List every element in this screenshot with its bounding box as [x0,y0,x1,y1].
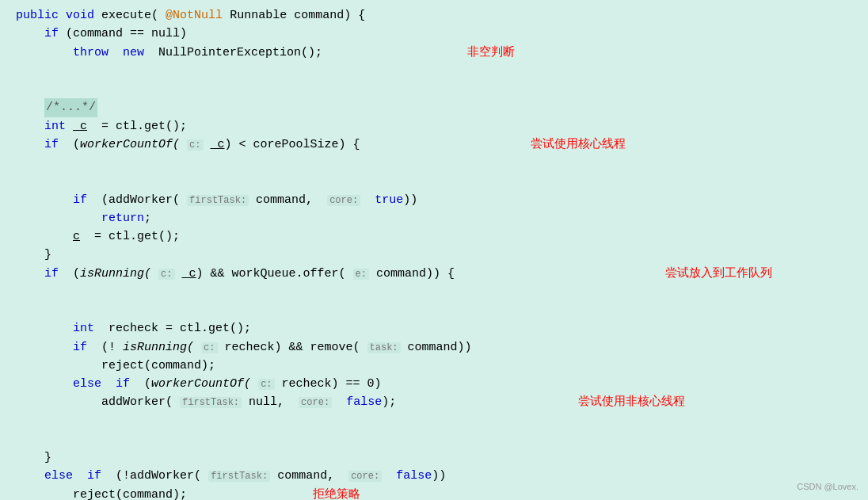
param-c5-label: c: [258,379,274,390]
paren5: ( [137,377,151,391]
keyword-if3: if [73,193,87,207]
method-workerCountOf2: workerCountOf( [151,377,251,391]
param-firsttask-label: firstTask: [187,195,249,206]
annotation-notnull: @NotNull [166,9,223,22]
keyword-if7: if [80,469,101,483]
addWorker2: addWorker( [101,395,173,409]
arg-recheck2: recheck) == 0) [275,377,382,391]
keyword-if4: if [44,267,59,281]
keyword-void: void [66,9,94,22]
param-c-label: c: [187,139,203,151]
keyword-public: public [16,9,59,22]
code-line-1: public void execute( @NotNull Runnable c… [16,6,852,25]
arg-command: command, [249,193,313,207]
and-op: ) && workQueue.offer( [196,267,346,281]
comparison: ) < corePoolSize) { [225,138,360,151]
arg-command2: command)) { [369,267,455,281]
code-line-13: if (! isRunning( c: recheck) && remove( … [16,338,852,357]
param-c3-label: c: [158,269,174,280]
param-c4-label: c: [201,342,217,353]
method-name: execute( [101,9,158,22]
code-line-4: /*...*/ [16,98,852,116]
code-line-2: if (command == null) [16,25,852,43]
keyword-throw: throw [73,46,108,59]
semicolon: ; [144,212,151,225]
condition: (command == null) [66,27,187,40]
keyword-if5: if [73,341,87,354]
annotation-core-thread: 尝试使用核心线程 [531,134,626,152]
code-line-10: } [16,246,852,264]
keyword-return: return [101,212,144,225]
param-core3-label: core: [348,471,382,482]
annotation-reject: 拒绝策略 [313,484,360,501]
paren6: (!addWorker( [108,469,201,483]
comment: /*...*/ [44,98,97,116]
param-task-label: task: [367,342,401,353]
param-firsttask2-label: firstTask: [180,397,242,408]
reject-call: reject(command); [101,359,215,372]
code-line-5: int c = ctl.get(); [16,117,852,135]
close-paren2: )) [432,469,446,483]
paren-open: ( [66,138,80,151]
method-isRunning: isRunning( [80,267,151,281]
code-line-7: if (addWorker( firstTask: command, core:… [16,191,852,209]
var-c3: c [73,230,80,243]
keyword-if2: if [44,138,59,151]
arg-null: null, [242,395,284,409]
code-line-14: reject(command); [16,357,852,375]
code-line-8: return; [16,209,852,227]
param-firsttask3-label: firstTask: [208,471,270,482]
close-brace1: } [44,248,51,261]
assignment: = ctl.get(); [94,120,187,133]
code-line-9: c = ctl.get(); [16,227,852,246]
method-isRunning2: isRunning( [123,341,194,354]
arg-recheck: recheck) && remove( [218,341,360,354]
code-container: public void execute( @NotNull Runnable c… [0,0,868,500]
code-line-11: if (isRunning( c: c) && workQueue.offer(… [16,265,852,320]
arg-command4: command, [270,469,334,483]
keyword-else: else [73,377,101,391]
close-paren: )) [403,193,417,207]
keyword-if: if [44,27,59,40]
code-line-15: else if (workerCountOf( c: recheck) == 0… [16,375,852,393]
code-line-19: reject(command); 拒绝策略 [16,486,852,501]
paren4: (! [94,341,116,354]
close-semi: ); [382,395,396,409]
watermark: CSDN @Lovex. [797,480,858,494]
var-c4: c [182,267,196,281]
var-recheck: recheck = ctl.get(); [101,322,251,335]
param-core-label: core: [327,195,360,206]
arg-command3: command)) [401,341,472,354]
keyword-int: int [44,120,66,133]
keyword-else2: else [44,469,73,483]
var-c: c [73,120,87,133]
paren3: ( [66,267,80,281]
code-line-3: throw new NullPointerException(); 非空判断 [16,44,852,99]
reject-call2: reject(command); [73,488,187,501]
annotation-queue: 尝试放入到工作队列 [665,263,772,281]
annotation-null-check: 非空判断 [467,42,515,60]
method-workerCountOf: workerCountOf( [80,138,180,151]
keyword-false2: false [389,469,432,483]
close-brace2: } [44,451,51,464]
paren2: (addWorker( [94,193,180,207]
keyword-int2: int [73,322,94,335]
param-core2-label: core: [299,397,332,408]
keyword-new: new [116,46,144,59]
var-c2: c [211,138,225,151]
code-line-18: else if (!addWorker( firstTask: command,… [16,467,852,485]
code-line-6: if (workerCountOf( c: c) < corePoolSize)… [16,135,852,191]
code-line-12: int recheck = ctl.get(); [16,319,852,338]
annotation-non-core: 尝试使用非核心线程 [578,391,685,410]
param-type: Runnable command) { [230,9,365,22]
keyword-true: true [367,193,403,207]
param-e-label: e: [353,269,369,280]
code-line-16: addWorker( firstTask: null, core: false)… [16,393,852,448]
keyword-if6: if [108,377,130,391]
exception: NullPointerException(); [151,46,322,59]
keyword-false: false [339,395,382,409]
code-line-17: } [16,448,852,467]
reassign: = ctl.get(); [87,230,180,243]
